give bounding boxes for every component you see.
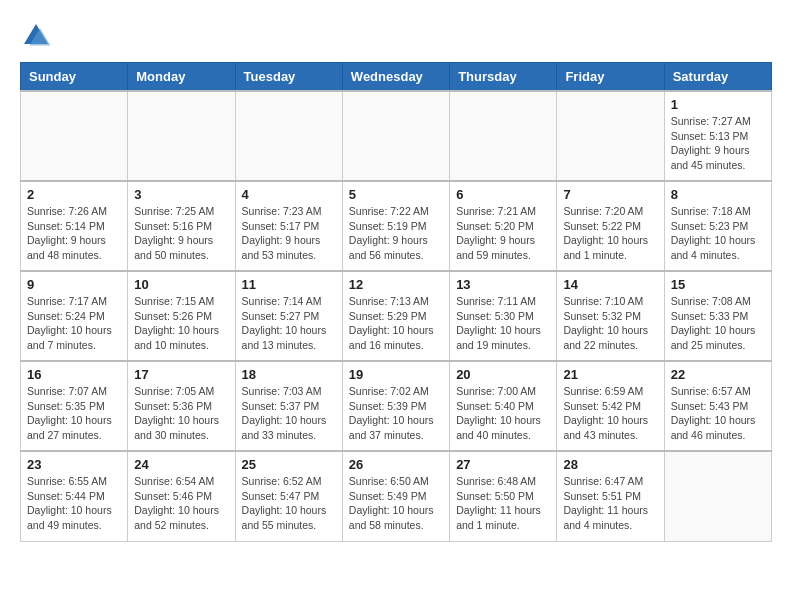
calendar-cell: 25Sunrise: 6:52 AM Sunset: 5:47 PM Dayli… [235,451,342,541]
weekday-header-monday: Monday [128,63,235,92]
calendar-cell: 6Sunrise: 7:21 AM Sunset: 5:20 PM Daylig… [450,181,557,271]
day-info: Sunrise: 7:23 AM Sunset: 5:17 PM Dayligh… [242,204,336,263]
calendar-cell [342,91,449,181]
calendar-cell: 10Sunrise: 7:15 AM Sunset: 5:26 PM Dayli… [128,271,235,361]
day-number: 12 [349,277,443,292]
week-row-3: 9Sunrise: 7:17 AM Sunset: 5:24 PM Daylig… [21,271,772,361]
day-info: Sunrise: 6:54 AM Sunset: 5:46 PM Dayligh… [134,474,228,533]
day-number: 26 [349,457,443,472]
calendar-cell: 23Sunrise: 6:55 AM Sunset: 5:44 PM Dayli… [21,451,128,541]
week-row-5: 23Sunrise: 6:55 AM Sunset: 5:44 PM Dayli… [21,451,772,541]
day-number: 13 [456,277,550,292]
weekday-header-friday: Friday [557,63,664,92]
day-info: Sunrise: 7:14 AM Sunset: 5:27 PM Dayligh… [242,294,336,353]
day-info: Sunrise: 7:21 AM Sunset: 5:20 PM Dayligh… [456,204,550,263]
calendar-cell: 8Sunrise: 7:18 AM Sunset: 5:23 PM Daylig… [664,181,771,271]
calendar-body: 1Sunrise: 7:27 AM Sunset: 5:13 PM Daylig… [21,91,772,541]
day-number: 25 [242,457,336,472]
day-info: Sunrise: 7:17 AM Sunset: 5:24 PM Dayligh… [27,294,121,353]
day-number: 22 [671,367,765,382]
day-number: 3 [134,187,228,202]
day-info: Sunrise: 7:18 AM Sunset: 5:23 PM Dayligh… [671,204,765,263]
calendar-header: SundayMondayTuesdayWednesdayThursdayFrid… [21,63,772,92]
weekday-header-sunday: Sunday [21,63,128,92]
day-number: 19 [349,367,443,382]
day-info: Sunrise: 6:47 AM Sunset: 5:51 PM Dayligh… [563,474,657,533]
calendar-cell: 27Sunrise: 6:48 AM Sunset: 5:50 PM Dayli… [450,451,557,541]
day-number: 1 [671,97,765,112]
calendar-table: SundayMondayTuesdayWednesdayThursdayFrid… [20,62,772,542]
calendar-cell: 11Sunrise: 7:14 AM Sunset: 5:27 PM Dayli… [235,271,342,361]
weekday-header-row: SundayMondayTuesdayWednesdayThursdayFrid… [21,63,772,92]
weekday-header-wednesday: Wednesday [342,63,449,92]
day-number: 8 [671,187,765,202]
calendar-cell: 22Sunrise: 6:57 AM Sunset: 5:43 PM Dayli… [664,361,771,451]
calendar-cell [664,451,771,541]
day-number: 24 [134,457,228,472]
calendar-cell: 28Sunrise: 6:47 AM Sunset: 5:51 PM Dayli… [557,451,664,541]
calendar-cell [450,91,557,181]
day-number: 14 [563,277,657,292]
day-number: 7 [563,187,657,202]
weekday-header-saturday: Saturday [664,63,771,92]
day-number: 15 [671,277,765,292]
day-number: 9 [27,277,121,292]
calendar-cell: 13Sunrise: 7:11 AM Sunset: 5:30 PM Dayli… [450,271,557,361]
calendar-cell: 21Sunrise: 6:59 AM Sunset: 5:42 PM Dayli… [557,361,664,451]
day-info: Sunrise: 7:10 AM Sunset: 5:32 PM Dayligh… [563,294,657,353]
day-number: 20 [456,367,550,382]
calendar-cell: 7Sunrise: 7:20 AM Sunset: 5:22 PM Daylig… [557,181,664,271]
day-info: Sunrise: 7:26 AM Sunset: 5:14 PM Dayligh… [27,204,121,263]
day-number: 4 [242,187,336,202]
day-info: Sunrise: 6:59 AM Sunset: 5:42 PM Dayligh… [563,384,657,443]
day-number: 6 [456,187,550,202]
day-info: Sunrise: 7:08 AM Sunset: 5:33 PM Dayligh… [671,294,765,353]
day-number: 5 [349,187,443,202]
day-info: Sunrise: 7:07 AM Sunset: 5:35 PM Dayligh… [27,384,121,443]
calendar-cell [128,91,235,181]
calendar-cell: 12Sunrise: 7:13 AM Sunset: 5:29 PM Dayli… [342,271,449,361]
calendar-cell [557,91,664,181]
day-info: Sunrise: 7:22 AM Sunset: 5:19 PM Dayligh… [349,204,443,263]
day-info: Sunrise: 7:20 AM Sunset: 5:22 PM Dayligh… [563,204,657,263]
day-info: Sunrise: 6:57 AM Sunset: 5:43 PM Dayligh… [671,384,765,443]
calendar-cell: 3Sunrise: 7:25 AM Sunset: 5:16 PM Daylig… [128,181,235,271]
day-number: 17 [134,367,228,382]
day-number: 10 [134,277,228,292]
calendar-cell: 16Sunrise: 7:07 AM Sunset: 5:35 PM Dayli… [21,361,128,451]
week-row-1: 1Sunrise: 7:27 AM Sunset: 5:13 PM Daylig… [21,91,772,181]
calendar-cell: 14Sunrise: 7:10 AM Sunset: 5:32 PM Dayli… [557,271,664,361]
day-info: Sunrise: 7:13 AM Sunset: 5:29 PM Dayligh… [349,294,443,353]
week-row-4: 16Sunrise: 7:07 AM Sunset: 5:35 PM Dayli… [21,361,772,451]
day-info: Sunrise: 7:15 AM Sunset: 5:26 PM Dayligh… [134,294,228,353]
day-info: Sunrise: 7:02 AM Sunset: 5:39 PM Dayligh… [349,384,443,443]
calendar-cell: 1Sunrise: 7:27 AM Sunset: 5:13 PM Daylig… [664,91,771,181]
weekday-header-tuesday: Tuesday [235,63,342,92]
day-number: 16 [27,367,121,382]
calendar-cell: 15Sunrise: 7:08 AM Sunset: 5:33 PM Dayli… [664,271,771,361]
day-info: Sunrise: 6:48 AM Sunset: 5:50 PM Dayligh… [456,474,550,533]
day-info: Sunrise: 6:55 AM Sunset: 5:44 PM Dayligh… [27,474,121,533]
calendar-cell: 9Sunrise: 7:17 AM Sunset: 5:24 PM Daylig… [21,271,128,361]
calendar-cell: 17Sunrise: 7:05 AM Sunset: 5:36 PM Dayli… [128,361,235,451]
day-info: Sunrise: 7:11 AM Sunset: 5:30 PM Dayligh… [456,294,550,353]
day-number: 18 [242,367,336,382]
day-number: 11 [242,277,336,292]
day-info: Sunrise: 6:50 AM Sunset: 5:49 PM Dayligh… [349,474,443,533]
calendar-cell: 2Sunrise: 7:26 AM Sunset: 5:14 PM Daylig… [21,181,128,271]
day-number: 27 [456,457,550,472]
day-number: 23 [27,457,121,472]
calendar-cell: 20Sunrise: 7:00 AM Sunset: 5:40 PM Dayli… [450,361,557,451]
calendar-cell: 26Sunrise: 6:50 AM Sunset: 5:49 PM Dayli… [342,451,449,541]
calendar-cell: 24Sunrise: 6:54 AM Sunset: 5:46 PM Dayli… [128,451,235,541]
calendar-cell: 4Sunrise: 7:23 AM Sunset: 5:17 PM Daylig… [235,181,342,271]
day-info: Sunrise: 6:52 AM Sunset: 5:47 PM Dayligh… [242,474,336,533]
weekday-header-thursday: Thursday [450,63,557,92]
logo [20,20,56,52]
calendar-cell [21,91,128,181]
day-info: Sunrise: 7:27 AM Sunset: 5:13 PM Dayligh… [671,114,765,173]
day-number: 21 [563,367,657,382]
week-row-2: 2Sunrise: 7:26 AM Sunset: 5:14 PM Daylig… [21,181,772,271]
day-info: Sunrise: 7:05 AM Sunset: 5:36 PM Dayligh… [134,384,228,443]
calendar-cell: 18Sunrise: 7:03 AM Sunset: 5:37 PM Dayli… [235,361,342,451]
